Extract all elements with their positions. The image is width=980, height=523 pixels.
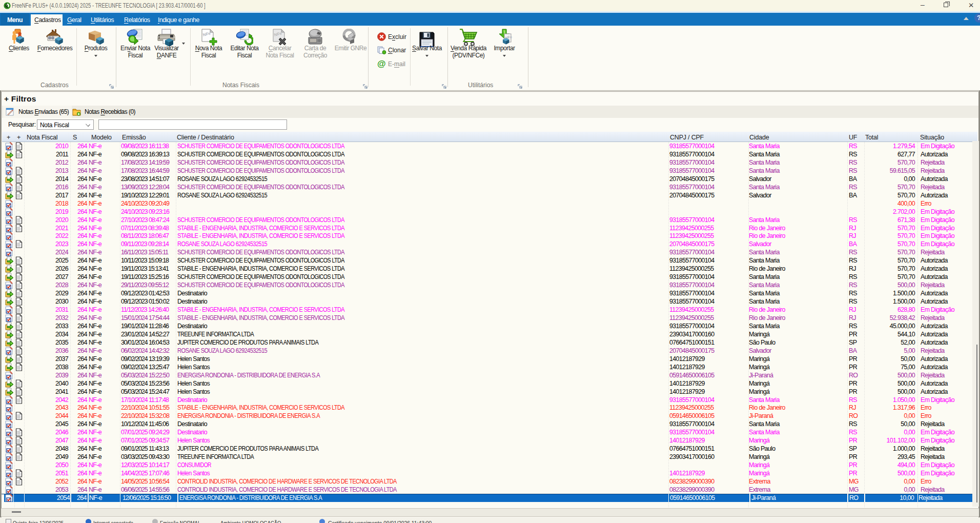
svg-text:@: @ — [377, 59, 386, 68]
